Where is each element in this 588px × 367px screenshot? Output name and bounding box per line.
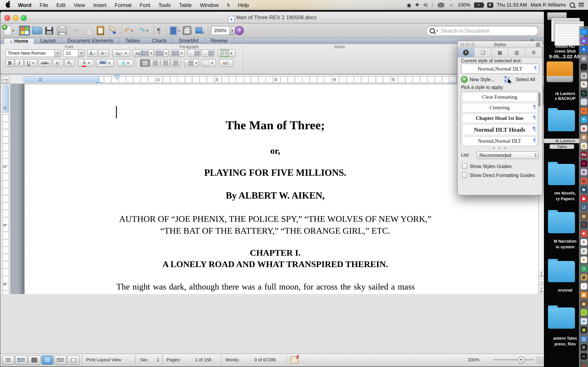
tab-selector[interactable]: ⌐▼ [2,76,9,83]
spotlight-icon[interactable] [570,2,575,8]
tab-layout[interactable]: Layout [35,38,62,44]
dock-icon-box-app[interactable]: ▣ [580,300,587,307]
numbering-button[interactable]: ▼ [155,49,169,57]
style-item-centering[interactable]: Centering¶ [462,103,537,113]
dock-icon-activity-monitor[interactable]: ∿ [580,90,587,96]
line-spacing-button[interactable]: ↕▼ [184,59,199,67]
creative-cloud-icon[interactable]: ◉ [407,2,411,8]
palette-flip-icon[interactable]: ↻ [536,42,540,47]
dock-icon-disk-utility[interactable]: ⊙ [580,72,587,79]
help-button[interactable]: ? [235,25,244,36]
palette-tab-scrapbook[interactable]: ▦ [492,48,509,57]
dock-icon-calendar[interactable]: 9 [580,239,587,245]
folder-dime-novels[interactable] [548,164,575,185]
dock-icon-itunes[interactable]: ♪ [580,283,587,289]
palette-title-bar[interactable]: Styles ↻ [458,41,542,48]
save-button[interactable] [45,25,53,36]
third-party-bolt-icon[interactable]: ϟ [223,0,234,9]
dock-icon-ibooks[interactable]: ▤ [580,292,587,298]
tab-review[interactable]: Review [205,38,233,44]
publishing-view-button[interactable] [28,355,40,365]
dock-icon-calibre[interactable]: ▤ [580,213,587,219]
tab-tables[interactable]: Tables [120,38,146,44]
justify-button[interactable] [171,59,181,67]
menu-format[interactable]: Format [111,0,136,9]
change-case-button[interactable]: Aa⌐▼ [112,49,130,57]
dock-icon-siri[interactable]: ◉ [580,37,587,44]
menu-table[interactable]: Table [175,0,196,9]
notebook-view-button[interactable] [54,355,67,365]
dock-icon-firefox[interactable]: ◕ [580,108,587,114]
borders-button[interactable]: ▼ [201,59,216,67]
style-item-chapter-head-1st-line[interactable]: Chapter Head 1st line¶ [462,113,537,123]
select-all-button[interactable]: Select All [516,77,535,82]
align-left-button[interactable] [140,59,150,67]
font-color-button[interactable]: A▼ [78,59,94,67]
align-center-button[interactable] [150,59,160,67]
dock-icon-scanner-app[interactable]: ≋ [580,318,587,324]
columns-layout-button[interactable]: ▼ [218,49,236,57]
cut-button[interactable]: ✂ [73,25,80,36]
focus-view-button[interactable] [67,355,80,365]
previous-page-button[interactable]: ▲▲ [539,271,544,278]
style-item-normal-dlt-heads[interactable]: Normal DLT Heads¶ [462,124,537,135]
dock-icon-photos[interactable]: ❀ [580,257,587,263]
format-painter-button[interactable] [108,25,116,36]
font-name-combo[interactable]: Times New Roman▼ [5,49,61,57]
redo-button[interactable]: ↷▼ [139,25,149,36]
dock-icon-ecamm[interactable]: ◉ [580,362,587,367]
bold-button[interactable]: B [5,59,14,67]
media-browser-button[interactable] [196,25,205,36]
dock-icon-indesign[interactable]: Id [580,160,587,167]
dock-icon-preview[interactable]: ◌ [580,99,587,105]
subscript-button[interactable]: A2 [64,59,75,67]
copy-button[interactable] [85,25,91,36]
dock-icon-book-search-app[interactable]: ❏ [580,204,587,210]
palette-close-button[interactable] [460,43,464,47]
dock-icon-maps[interactable]: ➤ [580,248,587,254]
dock-icon-mile-app[interactable]: ∞ [580,353,587,359]
dock-icon-chrome[interactable]: ◉ [580,125,587,132]
dock-icon-photo-booth[interactable]: ◎ [580,55,587,61]
folder-narration[interactable] [548,212,575,233]
palette-zoom-button[interactable] [471,43,475,47]
italic-button[interactable]: I [15,59,24,67]
strikethrough-button[interactable]: ABC [38,59,52,67]
bullets-button[interactable]: ▼ [140,49,154,57]
dock-icon-scrivener[interactable]: S [580,221,587,228]
resize-grip[interactable] [536,356,544,364]
sidebar-toggle-button[interactable] [182,25,191,36]
font-size-combo[interactable]: 12▼ [63,49,85,57]
dock-icon-gauge-app[interactable]: ◔ [580,64,587,70]
dock-icon-flower-app[interactable]: ❀ [580,169,587,175]
input-source-icon[interactable]: ⌘ [487,2,493,8]
underline-button[interactable]: U▼ [24,59,37,67]
tab-home[interactable]: ⌂Home [4,38,35,44]
volume-icon[interactable]: ◄) [448,2,454,7]
dock-icon-notes[interactable]: ▤ [580,142,587,149]
zoom-slider-knob[interactable] [518,356,525,364]
palette-tab-styles[interactable]: ¶ [458,48,475,57]
dock-icon-finder[interactable]: ☺ [580,29,587,35]
dock-icon-eye-app[interactable]: ◉ [580,195,587,202]
dock-icon-drive-app[interactable]: ⬡ [580,265,587,272]
style-item-clear-formatting[interactable]: Clear Formatting [462,92,537,102]
text-effects-button[interactable]: A▼ [117,59,134,67]
superscript-button[interactable]: A2 [53,59,63,67]
menu-insert[interactable]: Insert [89,0,111,9]
dock-icon-safari[interactable]: ✦ [580,116,587,123]
tab-charts[interactable]: Charts [146,38,173,44]
dock-icon-android-transfer[interactable]: ∩ [580,309,587,316]
print-layout-view-button[interactable] [41,355,53,365]
bluetooth-icon[interactable]: ᛒ [431,2,434,8]
tab-document-elements[interactable]: Document Elements [62,38,120,44]
notification-center-icon[interactable] [579,3,584,7]
spelling-status-icon[interactable] [290,356,298,363]
gallery-button[interactable] [19,25,30,36]
increase-indent-button[interactable]: → [201,49,214,57]
palette-tab-compatibility[interactable]: ⚙ [525,48,542,57]
sort-button[interactable]: AZ↓ [219,59,233,67]
dock-icon-dictionary[interactable]: Aa [580,151,587,158]
decrease-indent-button[interactable]: ← [187,49,200,57]
menu-window[interactable]: Window [196,0,223,9]
